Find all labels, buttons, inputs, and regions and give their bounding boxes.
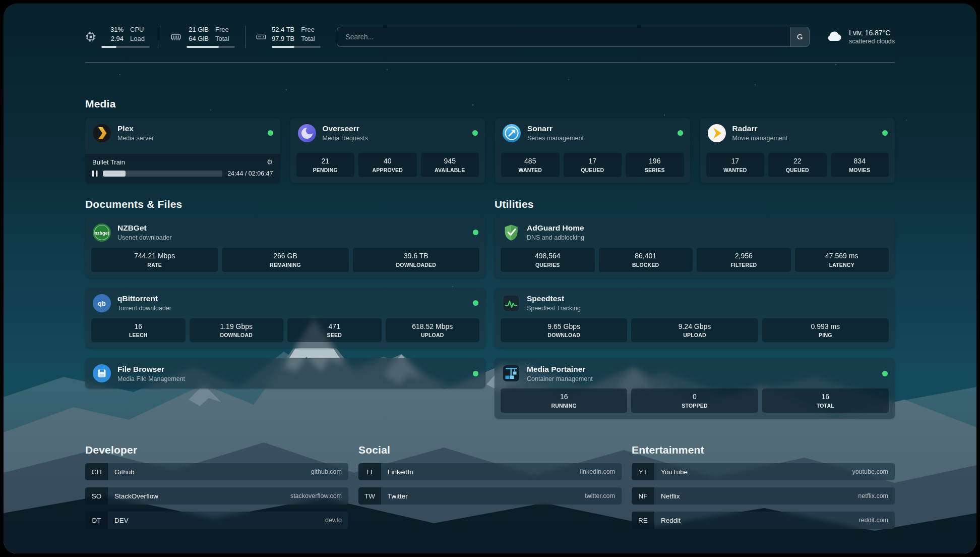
card-header: Speedtest Speedtest Tracking	[495, 288, 895, 318]
bookmark-youtube[interactable]: YT YouTube youtube.com	[632, 463, 895, 480]
stat-block: 16TOTAL	[762, 388, 889, 413]
qbittorrent-icon: qb	[92, 294, 111, 313]
service-card-adguard[interactable]: AdGuard Home DNS and adblocking 498,564Q…	[495, 217, 895, 278]
service-card-plex[interactable]: Plex Media server Bullet Train ⚙	[85, 118, 280, 183]
section-title-developer: Developer	[85, 444, 348, 456]
media-grid: Plex Media server Bullet Train ⚙	[85, 118, 895, 183]
search-provider-button[interactable]: G	[790, 27, 809, 46]
section-title-documents: Documents & Files	[85, 198, 485, 210]
service-description: Media Requests	[323, 135, 368, 142]
stat-value: 9.65 Gbps	[503, 322, 625, 331]
stat-label: STOPPED	[633, 403, 756, 409]
stat-block: 39.6 TBDOWNLOADED	[353, 248, 479, 272]
stat-label: QUEUED	[770, 167, 825, 173]
stat-label: TOTAL	[764, 403, 887, 409]
overseerr-icon	[297, 124, 317, 143]
svg-text:qb: qb	[98, 300, 106, 307]
disk-stats: 52.4 TB Free 97.9 TB Total	[272, 26, 321, 48]
bookmark-name: Reddit	[654, 512, 852, 529]
service-name: NZBGet	[117, 224, 172, 233]
service-card-nzbget[interactable]: nzbget NZBGet Usenet downloader 744.21 M…	[85, 217, 485, 278]
memory-usage-bar	[187, 46, 235, 48]
service-meta: Overseerr Media Requests	[323, 124, 368, 142]
bookmark-abbr: SO	[85, 487, 108, 505]
topbar-divider	[245, 26, 246, 48]
bookmark-reddit[interactable]: RE Reddit reddit.com	[632, 512, 895, 529]
service-card-radarr[interactable]: Radarr Movie management 17WANTED 22QUEUE…	[700, 118, 895, 183]
stat-block: 834MOVIES	[831, 153, 889, 177]
memory-icon	[170, 31, 181, 42]
disk-usage-bar	[272, 46, 321, 48]
section-title-utilities: Utilities	[495, 198, 895, 210]
card-header: qb qBittorrent Torrent downloader	[85, 288, 485, 318]
service-meta: Plex Media server	[117, 124, 154, 142]
service-name: Plex	[117, 124, 154, 134]
card-header: Radarr Movie management	[700, 118, 895, 148]
service-card-overseerr[interactable]: Overseerr Media Requests 21PENDING 40APP…	[290, 118, 485, 183]
bookmark-domain: netflix.com	[851, 487, 895, 505]
bookmark-twitter[interactable]: TW Twitter twitter.com	[358, 487, 622, 505]
radarr-icon	[707, 124, 726, 143]
disk-widget: 52.4 TB Free 97.9 TB Total	[256, 26, 321, 48]
bookmark-name: Github	[108, 463, 304, 480]
stat-block: 945AVAILABLE	[421, 153, 479, 177]
stat-value: 0.993 ms	[764, 322, 887, 331]
bookmark-domain: youtube.com	[845, 463, 895, 480]
service-meta: AdGuard Home DNS and adblocking	[527, 224, 584, 241]
section-media: Media Plex Medi	[85, 98, 895, 183]
bookmark-name: Netflix	[654, 487, 851, 505]
service-card-portainer[interactable]: Media Portainer Container management 16R…	[495, 358, 895, 419]
bookmark-netflix[interactable]: NF Netflix netflix.com	[632, 487, 895, 505]
stat-label: FILTERED	[699, 262, 789, 268]
stat-block: 1.19 GbpsDOWNLOAD	[190, 318, 284, 343]
section-developer: Developer GH Github github.com SO StackO…	[85, 444, 348, 529]
service-card-speedtest[interactable]: Speedtest Speedtest Tracking 9.65 GbpsDO…	[495, 288, 895, 349]
service-description: Media server	[117, 135, 154, 142]
bookmark-stackoverflow[interactable]: SO StackOverflow stackoverflow.com	[85, 487, 348, 505]
sonarr-icon	[502, 124, 521, 143]
stat-value: 21	[298, 157, 353, 165]
service-name: qBittorrent	[117, 294, 171, 304]
weather-text: Lviv, 16.87°C scattered clouds	[849, 29, 895, 45]
service-stats: 744.21 MbpsRATE 266 GBREMAINING 39.6 TBD…	[85, 248, 485, 278]
stat-block: 40APPROVED	[358, 153, 417, 177]
stat-label: QUEUED	[566, 167, 620, 173]
service-name: Radarr	[732, 124, 788, 134]
bookmark-linkedin[interactable]: LI LinkedIn linkedin.com	[358, 463, 622, 480]
system-resources: 31% CPU 2.94 Load	[85, 26, 321, 48]
bookmark-dev[interactable]: DT DEV dev.to	[85, 512, 348, 529]
cpu-stats: 31% CPU 2.94 Load	[101, 26, 150, 48]
service-meta: qBittorrent Torrent downloader	[117, 294, 171, 312]
memory-total-value: 64 GiB	[187, 35, 209, 43]
stat-value: 266 GB	[224, 252, 346, 260]
gear-icon[interactable]: ⚙	[267, 158, 273, 165]
search-input[interactable]	[337, 27, 790, 46]
stat-label: MOVIES	[833, 167, 887, 173]
service-card-filebrowser[interactable]: File Browser Media File Management	[85, 358, 485, 388]
stat-block: 47.569 msLATENCY	[795, 248, 889, 272]
stat-block: 17WANTED	[706, 153, 765, 177]
portainer-icon	[502, 364, 521, 383]
stat-value: 16	[764, 393, 887, 401]
status-dot	[473, 230, 478, 235]
memory-total-label: Total	[215, 35, 235, 43]
bookmark-domain: stackoverflow.com	[284, 487, 348, 505]
stat-value: 498,564	[503, 252, 593, 260]
search-bar: G	[337, 27, 810, 47]
section-utilities: Utilities AdGuard Home	[495, 198, 895, 419]
disk-free-label: Free	[301, 26, 321, 34]
status-dot	[882, 371, 888, 376]
svg-text:nzbget: nzbget	[95, 230, 109, 235]
bookmark-github[interactable]: GH Github github.com	[85, 463, 348, 480]
stat-block: 86,401BLOCKED	[599, 248, 693, 272]
progress-track[interactable]	[103, 171, 222, 177]
pause-icon[interactable]	[92, 171, 98, 177]
status-dot	[473, 371, 478, 376]
plex-icon	[92, 124, 111, 143]
service-card-sonarr[interactable]: Sonarr Series management 485WANTED 17QUE…	[495, 118, 690, 183]
stat-block: 0.993 msPING	[762, 318, 889, 343]
stat-label: WANTED	[503, 167, 558, 173]
service-card-qbittorrent[interactable]: qb qBittorrent Torrent downloader 16LEEC…	[85, 288, 485, 349]
progress-fill	[103, 171, 126, 177]
stat-block: 744.21 MbpsRATE	[91, 248, 218, 272]
